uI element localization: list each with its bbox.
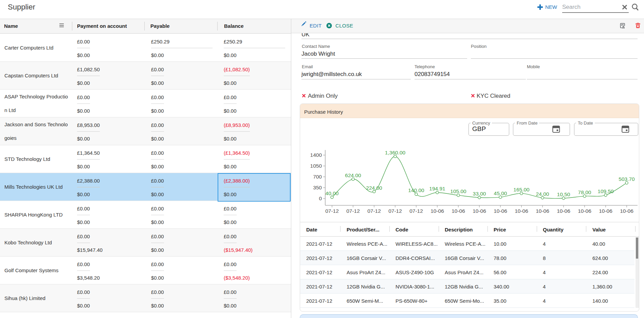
svg-text:194.91: 194.91 bbox=[429, 186, 445, 191]
svg-text:10-06: 10-06 bbox=[452, 208, 465, 214]
svg-text:109.50: 109.50 bbox=[597, 188, 614, 194]
svg-text:165.00: 165.00 bbox=[513, 187, 530, 192]
svg-text:07-12: 07-12 bbox=[388, 208, 402, 214]
svg-text:07-12: 07-12 bbox=[367, 208, 381, 214]
svg-text:10.50: 10.50 bbox=[557, 191, 570, 197]
svg-text:624.00: 624.00 bbox=[345, 172, 361, 178]
svg-text:105.00: 105.00 bbox=[450, 188, 466, 194]
svg-text:700: 700 bbox=[313, 174, 322, 180]
svg-text:78.00: 78.00 bbox=[578, 189, 591, 195]
svg-text:07-12: 07-12 bbox=[409, 208, 423, 214]
svg-text:33.00: 33.00 bbox=[473, 191, 486, 197]
svg-text:10-06: 10-06 bbox=[578, 208, 591, 214]
svg-text:10-06: 10-06 bbox=[473, 208, 486, 214]
svg-text:07-12: 07-12 bbox=[346, 208, 360, 214]
svg-text:45.00: 45.00 bbox=[494, 190, 507, 196]
svg-text:1,360.00: 1,360.00 bbox=[385, 150, 406, 155]
svg-text:350: 350 bbox=[313, 185, 322, 190]
svg-text:224.00: 224.00 bbox=[366, 185, 382, 191]
svg-text:07-12: 07-12 bbox=[325, 208, 339, 214]
svg-text:140.00: 140.00 bbox=[408, 187, 424, 193]
svg-text:503.70: 503.70 bbox=[619, 176, 635, 182]
svg-text:24.00: 24.00 bbox=[536, 191, 549, 197]
svg-text:10-06: 10-06 bbox=[430, 208, 444, 214]
svg-text:0: 0 bbox=[319, 195, 322, 201]
svg-text:10-06: 10-06 bbox=[557, 208, 570, 214]
svg-text:40.00: 40.00 bbox=[326, 190, 339, 196]
svg-text:10-06: 10-06 bbox=[515, 208, 528, 214]
svg-text:1050: 1050 bbox=[310, 163, 322, 169]
svg-text:10-06: 10-06 bbox=[599, 208, 612, 214]
svg-text:10-06: 10-06 bbox=[536, 208, 549, 214]
svg-text:10-06: 10-06 bbox=[494, 208, 507, 214]
svg-text:10-06: 10-06 bbox=[620, 208, 633, 214]
svg-text:1400: 1400 bbox=[310, 152, 322, 158]
